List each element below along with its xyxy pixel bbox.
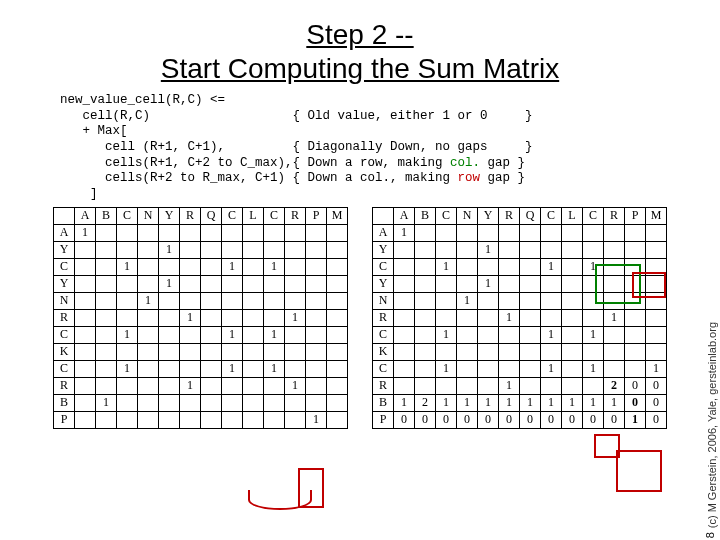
matrix-cell xyxy=(625,224,646,241)
row-header: C xyxy=(54,360,75,377)
matrix-cell xyxy=(75,309,96,326)
matrix-cell xyxy=(478,326,499,343)
title-line-2: Start Computing the Sum Matrix xyxy=(161,53,559,84)
matrix-cell xyxy=(159,258,180,275)
matrix-cell xyxy=(201,275,222,292)
matrix-cell xyxy=(478,292,499,309)
matrix-cell xyxy=(201,343,222,360)
matrix-cell xyxy=(499,360,520,377)
matrix-cell xyxy=(327,343,348,360)
matrix-cell: 1 xyxy=(117,258,138,275)
matrix-cell: 1 xyxy=(138,292,159,309)
col-header: C xyxy=(117,207,138,224)
matrix-cell: 0 xyxy=(436,411,457,428)
dot-matrix-left: ABCNYRQCLCRPMA1Y1C111Y1N1R11C111KC111R11… xyxy=(53,207,348,429)
matrix-cell: 1 xyxy=(583,360,604,377)
matrix-cell xyxy=(264,377,285,394)
matrix-cell xyxy=(415,258,436,275)
matrix-cell xyxy=(583,224,604,241)
matrix-cell xyxy=(394,292,415,309)
matrix-cell xyxy=(285,360,306,377)
matrix-cell: 1 xyxy=(159,241,180,258)
matrix-cell: 1 xyxy=(159,275,180,292)
matrix-cell xyxy=(96,377,117,394)
matrix-cell: 0 xyxy=(499,411,520,428)
matrix-cell xyxy=(478,360,499,377)
matrix-cell xyxy=(520,224,541,241)
matrix-cell xyxy=(159,292,180,309)
matrix-cell xyxy=(159,224,180,241)
matrix-cell xyxy=(264,343,285,360)
matrix-cell xyxy=(75,394,96,411)
matrix-cell xyxy=(457,275,478,292)
col-header: B xyxy=(415,207,436,224)
matrix-cell xyxy=(499,275,520,292)
matrix-cell: 1 xyxy=(436,360,457,377)
matrix-cell xyxy=(285,241,306,258)
col-header: M xyxy=(646,207,667,224)
matrix-cell xyxy=(243,224,264,241)
matrix-cell xyxy=(75,275,96,292)
matrix-cell xyxy=(604,224,625,241)
matrix-cell: 1 xyxy=(478,275,499,292)
matrix-cell xyxy=(138,258,159,275)
matrix-cell xyxy=(646,241,667,258)
matrix-cell xyxy=(478,224,499,241)
matrix-cell xyxy=(264,411,285,428)
matrix-cell xyxy=(520,360,541,377)
matrix-cell xyxy=(394,343,415,360)
col-header: C xyxy=(264,207,285,224)
matrix-cell xyxy=(562,360,583,377)
matrix-cell xyxy=(562,275,583,292)
matrix-cell xyxy=(138,309,159,326)
row-header: R xyxy=(373,309,394,326)
matrix-cell xyxy=(327,275,348,292)
matrix-cell: 0 xyxy=(562,411,583,428)
matrix-cell xyxy=(180,292,201,309)
matrix-cell xyxy=(520,377,541,394)
matrix-cell xyxy=(201,360,222,377)
matrix-cell: 0 xyxy=(625,377,646,394)
matrix-cell xyxy=(478,309,499,326)
matrix-cell xyxy=(222,292,243,309)
matrix-cell: 1 xyxy=(117,326,138,343)
row-header: K xyxy=(373,343,394,360)
copyright-footer: (c) M Gerstein, 2006, Yale, gersteinlab.… xyxy=(706,322,718,528)
matrix-cell xyxy=(478,258,499,275)
matrix-cell xyxy=(583,275,604,292)
matrix-cell xyxy=(180,343,201,360)
matrix-cell xyxy=(243,360,264,377)
matrix-cell xyxy=(415,275,436,292)
matrix-cell xyxy=(75,360,96,377)
matrix-cell xyxy=(541,377,562,394)
matrix-cell: 1 xyxy=(499,377,520,394)
col-header: P xyxy=(306,207,327,224)
matrix-cell xyxy=(583,377,604,394)
matrix-cell xyxy=(285,343,306,360)
matrix-cell xyxy=(499,241,520,258)
matrix-cell xyxy=(159,309,180,326)
matrix-cell: 1 xyxy=(180,377,201,394)
matrix-cell xyxy=(264,394,285,411)
matrix-cell xyxy=(625,258,646,275)
matrix-cell: 1 xyxy=(541,394,562,411)
matrix-cell xyxy=(457,309,478,326)
matrix-cell xyxy=(159,411,180,428)
matrix-cell xyxy=(583,309,604,326)
matrix-cell xyxy=(243,241,264,258)
matrix-cell xyxy=(604,241,625,258)
matrix-cell: 1 xyxy=(117,360,138,377)
matrix-cell: 0 xyxy=(646,411,667,428)
matrix-cell xyxy=(138,343,159,360)
matrix-cell xyxy=(180,275,201,292)
matrix-cell xyxy=(415,360,436,377)
matrix-cell xyxy=(625,343,646,360)
matrix-cell xyxy=(96,275,117,292)
slide-title: Step 2 -- Start Computing the Sum Matrix xyxy=(0,18,720,85)
row-header: Y xyxy=(373,241,394,258)
matrix-cell xyxy=(327,360,348,377)
matrix-cell xyxy=(117,394,138,411)
matrix-cell xyxy=(138,411,159,428)
matrix-cell xyxy=(625,275,646,292)
matrix-cell xyxy=(394,241,415,258)
